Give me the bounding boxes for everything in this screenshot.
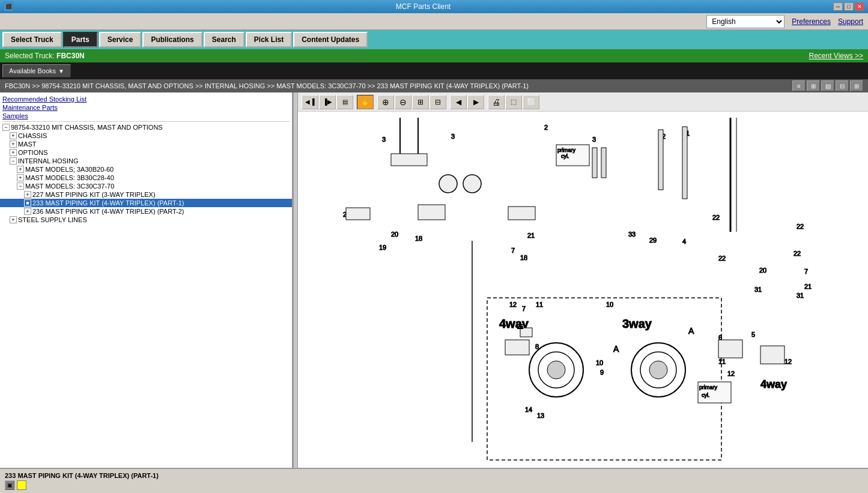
view-options-icon[interactable]: ⊟ xyxy=(836,80,849,91)
tree-item-steel-supply[interactable]: + STEEL SUPPLY LINES xyxy=(0,216,292,224)
expand-internal-hosing[interactable]: − xyxy=(10,157,17,165)
tree-item-mast-3b[interactable]: + MAST MODELS: 3B30C28-40 xyxy=(0,174,292,182)
app-icon: ⬛ xyxy=(4,2,13,11)
diagram-canvas[interactable]: 3 2 primary cyl. 3 3 32 31 xyxy=(298,112,868,468)
tree-label-mast-3c: MAST MODELS: 3C30C37-70 xyxy=(25,183,114,190)
view-grid-icon[interactable]: ⊞ xyxy=(807,80,820,91)
tree-item-rsl[interactable]: Recommended Stocking List xyxy=(0,95,292,103)
status-icon-1[interactable]: ▣ xyxy=(5,480,14,490)
fit-page-button[interactable]: ⊟ xyxy=(429,95,446,109)
view-detail-icon[interactable]: ▤ xyxy=(821,80,834,91)
tree-item-mast-3c[interactable]: − MAST MODELS: 3C30C37-70 xyxy=(0,182,292,190)
close-button[interactable]: ✕ xyxy=(855,2,864,11)
tree-item-samples[interactable]: Samples xyxy=(0,112,292,120)
tree-label-mast: MAST xyxy=(18,141,37,148)
nav-back-button[interactable]: ◀ xyxy=(450,95,467,109)
tree-item-mast-3a[interactable]: + MAST MODELS; 3A30B20-60 xyxy=(0,165,292,174)
tree-label-internal-hosing: INTERNAL HOSING xyxy=(18,157,78,165)
svg-text:10: 10 xyxy=(596,359,603,366)
tree-label-mast-3b: MAST MODELS: 3B30C28-40 xyxy=(25,174,114,181)
expand-mast-3b[interactable]: + xyxy=(17,174,24,181)
zoom-sel-button[interactable]: ⊞ xyxy=(412,95,429,109)
expand-kit-227[interactable]: + xyxy=(24,191,31,198)
menu-pick-list[interactable]: Pick List xyxy=(246,32,292,47)
minimize-button[interactable]: ─ xyxy=(833,2,843,11)
expand-mast-3c[interactable]: − xyxy=(17,183,24,190)
expand-kit-236[interactable]: + xyxy=(24,208,31,215)
tree-panel: Recommended Stocking List Maintenance Pa… xyxy=(0,92,293,468)
svg-text:12: 12 xyxy=(727,370,735,377)
svg-text:3way: 3way xyxy=(622,317,652,330)
view-list-icon[interactable]: ≡ xyxy=(792,80,806,91)
expand-chassis[interactable]: + xyxy=(10,132,17,139)
window-button[interactable]: ⬜ xyxy=(523,95,539,109)
panel-resizer[interactable] xyxy=(293,92,298,468)
svg-text:cyl.: cyl. xyxy=(702,392,710,398)
svg-text:31: 31 xyxy=(797,292,804,299)
svg-text:19: 19 xyxy=(379,244,386,251)
tree-label-options: OPTIONS xyxy=(18,149,48,156)
tree-item-internal-hosing[interactable]: − INTERNAL HOSING xyxy=(0,157,292,165)
language-select[interactable]: English French German xyxy=(706,15,785,28)
svg-rect-13 xyxy=(601,148,606,178)
export-button[interactable]: ⬚ xyxy=(505,95,522,109)
diagram-toolbar: ◀▐ ▐▶ ▤ ✋ ⊕ ⊖ ⊞ ⊟ ◀ ▶ 🖨 ⬚ ⬜ xyxy=(298,92,868,112)
svg-point-18 xyxy=(439,175,457,193)
svg-text:20: 20 xyxy=(759,267,766,274)
maximize-button[interactable]: □ xyxy=(844,2,854,11)
status-bar: 233 MAST PIPING KIT (4-WAY TRIPLEX) (PAR… xyxy=(0,468,868,493)
tree-label-steel-supply: STEEL SUPPLY LINES xyxy=(18,216,87,223)
prev-page-button[interactable]: ◀▐ xyxy=(302,95,318,109)
menu-parts[interactable]: Parts xyxy=(63,32,98,47)
preferences-button[interactable]: Preferences xyxy=(792,17,831,26)
tree-item-kit-236[interactable]: + 236 MAST PIPING KIT (4-WAY TRIPLEX) (P… xyxy=(0,207,292,216)
breadcrumb: FBC30N >> 98754-33210 MIT CHASSIS, MAST … xyxy=(0,79,868,92)
svg-text:cyl.: cyl. xyxy=(561,153,569,159)
next-page-button[interactable]: ▐▶ xyxy=(319,95,336,109)
view-expand-icon[interactable]: ⊞ xyxy=(850,80,863,91)
expand-mast-3a[interactable]: + xyxy=(17,166,24,173)
menu-search[interactable]: Search xyxy=(204,32,244,47)
page-count-button[interactable]: ▤ xyxy=(336,95,353,109)
svg-text:9: 9 xyxy=(600,369,604,376)
status-icon-2[interactable] xyxy=(17,480,26,490)
svg-text:4: 4 xyxy=(682,238,686,245)
svg-text:2: 2 xyxy=(544,124,548,131)
print-button[interactable]: 🖨 xyxy=(488,95,505,109)
svg-text:22: 22 xyxy=(718,255,726,262)
svg-text:21: 21 xyxy=(527,232,535,239)
tree-item-mp[interactable]: Maintenance Parts xyxy=(0,103,292,112)
tree-item-mast[interactable]: + MAST xyxy=(0,140,292,148)
truck-bar: Selected Truck: FBC30N Recent Views >> xyxy=(0,49,868,62)
svg-text:14: 14 xyxy=(525,406,532,413)
menu-bar: Select Truck Parts Service Publications … xyxy=(0,30,868,49)
tree-item-mit-chassis[interactable]: − 98754-33210 MIT CHASSIS, MAST AND OPTI… xyxy=(0,123,292,132)
menu-service[interactable]: Service xyxy=(99,32,142,47)
expand-options[interactable]: + xyxy=(10,149,17,156)
svg-text:12: 12 xyxy=(509,301,517,308)
svg-text:33: 33 xyxy=(628,231,636,238)
expand-kit-233[interactable]: ■ xyxy=(24,199,31,207)
tree-label-kit-227: 227 MAST PIPING KIT (3-WAY TRIPLEX) xyxy=(32,191,156,198)
menu-content-updates[interactable]: Content Updates xyxy=(293,32,368,47)
recent-views[interactable]: Recent Views >> xyxy=(809,52,864,60)
tree-item-kit-233[interactable]: ■ 233 MAST PIPING KIT (4-WAY TRIPLEX) (P… xyxy=(0,199,292,207)
zoom-out-button[interactable]: ⊖ xyxy=(395,95,411,109)
nav-forward-button[interactable]: ▶ xyxy=(467,95,484,109)
tree-item-kit-227[interactable]: + 227 MAST PIPING KIT (3-WAY TRIPLEX) xyxy=(0,190,292,199)
menu-select-truck[interactable]: Select Truck xyxy=(2,32,62,47)
svg-rect-77 xyxy=(760,346,785,364)
expand-steel-supply[interactable]: + xyxy=(10,216,17,223)
support-button[interactable]: Support xyxy=(838,17,863,26)
available-books-button[interactable]: Available Books ▼ xyxy=(2,64,71,77)
expand-mast[interactable]: + xyxy=(10,141,17,148)
tree-item-chassis[interactable]: + CHASSIS xyxy=(0,132,292,140)
tree-item-options[interactable]: + OPTIONS xyxy=(0,148,292,157)
svg-text:22: 22 xyxy=(794,250,801,257)
menu-publications[interactable]: Publications xyxy=(142,32,202,47)
svg-text:3: 3 xyxy=(382,136,386,143)
expand-mit-chassis[interactable]: − xyxy=(2,124,10,131)
status-text: 233 MAST PIPING KIT (4-WAY TRIPLEX) (PAR… xyxy=(5,472,863,479)
pan-button[interactable]: ✋ xyxy=(357,95,374,109)
zoom-in-button[interactable]: ⊕ xyxy=(377,95,394,109)
